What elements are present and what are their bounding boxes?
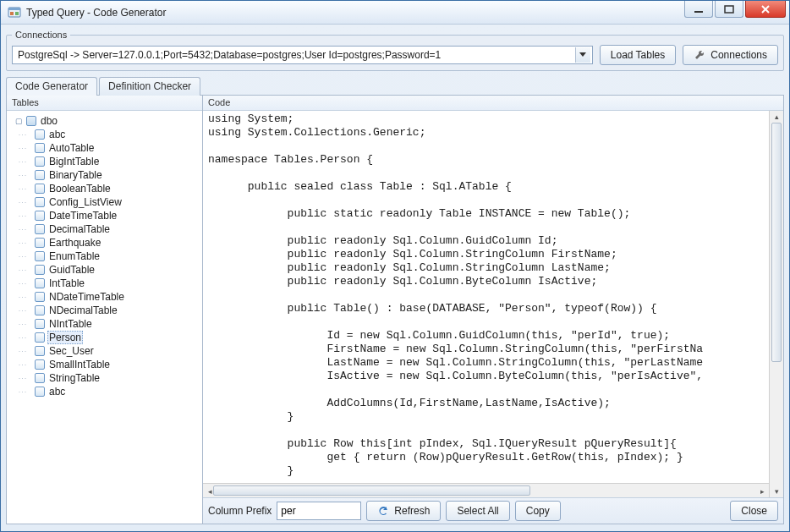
tree-table-node[interactable]: ···EnumTable [12, 250, 200, 263]
table-icon [34, 142, 46, 154]
tree-connector: ··· [14, 130, 32, 139]
tables-panel: Tables ▢ dbo ···abc···AutoTable···BigInt… [7, 96, 203, 524]
connections-group: Connections PostgreSql -> Server=127.0.0… [6, 30, 784, 71]
tree-table-node[interactable]: ···StringTable [12, 371, 200, 385]
column-prefix-input[interactable] [277, 502, 361, 520]
tree-table-node[interactable]: ···Earthquake [12, 236, 200, 250]
code-panel: Code using System; using System.Collecti… [203, 96, 783, 524]
table-icon [34, 223, 46, 235]
horizontal-scrollbar[interactable]: ◂ ▸ [203, 483, 769, 497]
tree-table-label: IntTable [47, 277, 86, 289]
tree-connector: ··· [14, 144, 32, 152]
hscroll-thumb[interactable] [213, 485, 530, 496]
tree-connector: ··· [14, 198, 32, 206]
tree-table-node[interactable]: ···Sec_User [12, 344, 200, 358]
tree-connector: ··· [14, 320, 32, 328]
tree-table-node[interactable]: ···DateTimeTable [12, 209, 200, 222]
refresh-button[interactable]: Refresh [366, 501, 441, 521]
tree-table-label: NIntTable [47, 318, 94, 330]
tree-table-node[interactable]: ···IntTable [12, 277, 200, 290]
tables-header: Tables [7, 96, 202, 111]
tree-table-node[interactable]: ···SmallIntTable [12, 358, 200, 371]
tree-table-label: BinaryTable [47, 169, 104, 181]
tree-table-node[interactable]: ···DecimalTable [12, 222, 200, 236]
vertical-scrollbar[interactable]: ▴ ▾ [769, 111, 783, 497]
collapse-icon[interactable]: ▢ [14, 116, 24, 126]
tree-connector: ··· [14, 333, 32, 342]
tree-table-label: NDateTimeTable [47, 291, 126, 303]
table-icon [34, 304, 46, 316]
tree-table-node[interactable]: ···BigIntTable [12, 155, 200, 168]
tree-table-node[interactable]: ···abc [12, 385, 200, 398]
app-icon [8, 6, 21, 19]
tables-tree[interactable]: ▢ dbo ···abc···AutoTable···BigIntTable··… [7, 111, 202, 524]
svg-rect-2 [10, 12, 14, 15]
tab-page: Tables ▢ dbo ···abc···AutoTable···BigInt… [6, 95, 784, 524]
scroll-down-icon[interactable]: ▾ [770, 485, 784, 497]
table-icon [34, 196, 46, 208]
window-title: Typed Query - Code Generator [26, 7, 684, 19]
tree-table-node[interactable]: ···AutoTable [12, 141, 200, 155]
table-icon [34, 129, 46, 140]
table-icon [34, 183, 46, 195]
tree-table-node[interactable]: ···BinaryTable [12, 168, 200, 182]
tree-connector: ··· [14, 239, 32, 247]
connections-button[interactable]: Connections [683, 45, 778, 65]
tree-table-label: BooleanTable [47, 183, 112, 195]
tree-connector: ··· [14, 266, 32, 274]
scroll-right-icon[interactable]: ▸ [755, 484, 769, 498]
tree-table-node[interactable]: ···NDecimalTable [12, 304, 200, 317]
tree-schema-label: dbo [39, 115, 59, 127]
tree-connector: ··· [14, 157, 32, 166]
load-tables-button[interactable]: Load Tables [600, 45, 677, 65]
table-icon [34, 156, 46, 167]
refresh-icon [377, 505, 389, 517]
tree-schema-node[interactable]: ▢ dbo [12, 114, 200, 128]
tree-connector: ··· [14, 171, 32, 179]
select-all-button[interactable]: Select All [446, 501, 509, 521]
tree-table-node[interactable]: ···NIntTable [12, 317, 200, 331]
tree-connector: ··· [14, 225, 32, 233]
tree-table-node[interactable]: ···BooleanTable [12, 182, 200, 195]
chevron-down-icon [575, 47, 590, 63]
svg-rect-4 [694, 11, 703, 13]
tree-table-node[interactable]: ···Person [12, 331, 200, 344]
vscroll-thumb[interactable] [771, 123, 782, 362]
table-icon [34, 250, 46, 262]
svg-rect-1 [8, 8, 20, 10]
tab-code-generator[interactable]: Code Generator [6, 77, 97, 96]
tree-table-label: GuidTable [47, 264, 96, 276]
tree-connector: ··· [14, 293, 32, 301]
tree-table-label: abc [47, 386, 67, 398]
tree-table-node[interactable]: ···NDateTimeTable [12, 290, 200, 304]
tab-strip: Code GeneratorDefinition Checker [6, 76, 784, 95]
connections-legend: Connections [12, 30, 70, 40]
close-window-button[interactable] [745, 1, 786, 18]
maximize-button[interactable] [715, 1, 743, 18]
tree-table-node[interactable]: ···GuidTable [12, 263, 200, 277]
tree-table-label: Sec_User [47, 345, 96, 357]
table-icon [34, 210, 46, 222]
minimize-button[interactable] [684, 1, 713, 18]
tree-connector: ··· [14, 360, 32, 369]
bottom-toolbar: Column Prefix Refresh Select All Copy Cl… [203, 498, 783, 524]
tree-connector: ··· [14, 306, 32, 315]
tree-table-node[interactable]: ···Config_ListView [12, 195, 200, 209]
svg-line-7 [762, 6, 769, 13]
tab-definition-checker[interactable]: Definition Checker [99, 77, 200, 96]
table-icon [34, 237, 46, 249]
scroll-up-icon[interactable]: ▴ [770, 111, 784, 123]
tree-table-label: EnumTable [47, 250, 101, 262]
tree-table-label: BigIntTable [47, 156, 101, 167]
tree-table-node[interactable]: ···abc [12, 128, 200, 141]
table-icon [34, 332, 46, 343]
connection-combo-text: PostgreSql -> Server=127.0.0.1;Port=5432… [18, 49, 575, 61]
tree-table-label: Earthquake [47, 237, 102, 249]
close-button[interactable]: Close [730, 501, 778, 521]
connection-combo[interactable]: PostgreSql -> Server=127.0.0.1;Port=5432… [12, 46, 593, 64]
tree-connector: ··· [14, 347, 32, 355]
table-icon [34, 291, 46, 303]
code-textarea[interactable]: using System; using System.Collections.G… [203, 111, 769, 483]
tree-table-label: Person [47, 331, 83, 344]
copy-button[interactable]: Copy [515, 501, 561, 521]
